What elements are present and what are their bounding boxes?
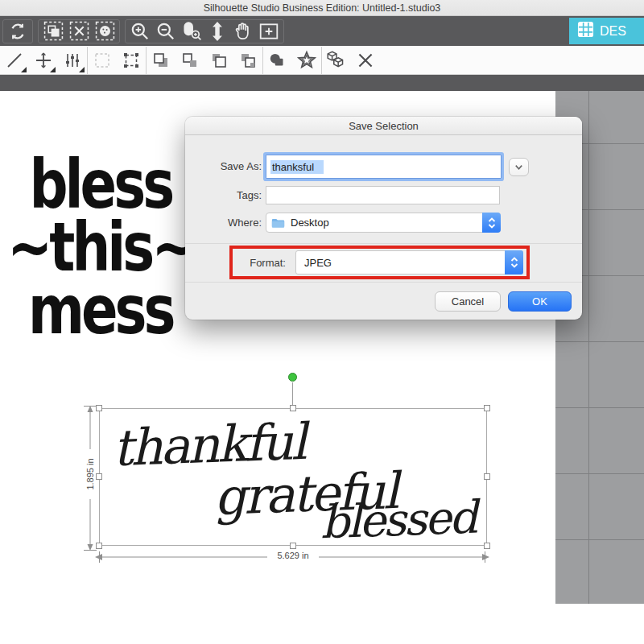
folder-icon bbox=[271, 217, 285, 229]
rotation-handle[interactable] bbox=[288, 373, 297, 382]
weld-shapes-icon[interactable] bbox=[263, 46, 292, 75]
fill-selection-icon[interactable] bbox=[93, 20, 117, 43]
artwork-line: ~this~ bbox=[6, 216, 195, 279]
canvas-top-border bbox=[0, 75, 644, 91]
tags-input[interactable] bbox=[266, 186, 500, 204]
bring-to-front-icon[interactable] bbox=[147, 46, 175, 75]
flyout-arrow bbox=[21, 67, 27, 72]
design-grid-icon bbox=[577, 21, 594, 41]
where-stepper-icon[interactable] bbox=[482, 213, 501, 233]
star-shape-icon[interactable] bbox=[292, 46, 321, 75]
dialog-title: Save Selection bbox=[349, 120, 419, 132]
format-label: Format: bbox=[237, 257, 286, 269]
dropdown-chevron-icon bbox=[514, 162, 524, 172]
format-dropdown[interactable]: JPEG bbox=[295, 250, 523, 275]
save-selection-dialog: Save Selection Save As: thanksful Tags: … bbox=[185, 117, 582, 320]
selection-handle-ne[interactable] bbox=[484, 405, 490, 411]
adjust-tool-icon[interactable] bbox=[58, 46, 87, 75]
copy-selection-icon[interactable] bbox=[41, 20, 65, 43]
expand-dialog-button[interactable] bbox=[509, 158, 529, 176]
window-title: Silhouette Studio Business Edition: Unti… bbox=[204, 2, 441, 14]
selection-box-icon[interactable] bbox=[88, 46, 117, 75]
main-toolbar: DES bbox=[0, 16, 644, 46]
selection-bounding-box[interactable] bbox=[99, 408, 487, 546]
height-dimension-label: 1.895 in bbox=[85, 449, 95, 499]
toolbar-group-rotate bbox=[2, 19, 33, 43]
zoom-in-icon[interactable] bbox=[128, 20, 152, 43]
selection-handle-n[interactable] bbox=[290, 405, 296, 411]
delete-selection-icon[interactable] bbox=[67, 20, 91, 43]
width-dimension-label: 5.629 in bbox=[267, 551, 319, 560]
selection-handle-se[interactable] bbox=[484, 543, 490, 549]
line-tool-icon[interactable] bbox=[0, 46, 29, 75]
rotate-view-icon[interactable] bbox=[6, 20, 30, 43]
send-to-back-icon[interactable] bbox=[233, 46, 262, 75]
selection-handle-s[interactable] bbox=[290, 543, 296, 549]
move-tool-icon[interactable] bbox=[29, 46, 58, 75]
artwork-line: bless bbox=[6, 153, 195, 216]
window-titlebar: Silhouette Studio Business Edition: Unti… bbox=[0, 0, 644, 16]
flyout-arrow bbox=[79, 67, 85, 72]
fit-to-window-icon[interactable] bbox=[257, 20, 281, 43]
where-value: Desktop bbox=[291, 217, 329, 229]
toolbar-group-zoom bbox=[125, 19, 284, 43]
save-as-input[interactable]: thanksful bbox=[266, 155, 502, 179]
dialog-separator bbox=[185, 282, 582, 283]
where-dropdown[interactable]: Desktop bbox=[266, 213, 501, 233]
cancel-button[interactable]: Cancel bbox=[435, 291, 501, 312]
tab-design[interactable]: DES bbox=[569, 18, 644, 44]
save-as-label: Save As: bbox=[201, 160, 262, 172]
tags-label: Tags: bbox=[201, 189, 262, 201]
delete-icon[interactable] bbox=[351, 46, 380, 75]
transform-box-icon[interactable] bbox=[117, 46, 146, 75]
flyout-arrow bbox=[50, 67, 56, 72]
toolbar-group-selection-ops bbox=[38, 19, 120, 43]
drag-zoom-icon[interactable] bbox=[180, 20, 204, 43]
artwork-line: mess bbox=[6, 279, 195, 341]
dialog-separator bbox=[185, 243, 582, 244]
zoom-out-icon[interactable] bbox=[154, 20, 178, 43]
save-as-value: thanksful bbox=[270, 160, 324, 174]
where-label: Where: bbox=[201, 217, 262, 229]
bring-forward-icon[interactable] bbox=[204, 46, 233, 75]
app-window: Silhouette Studio Business Edition: Unti… bbox=[0, 0, 644, 644]
hand-pan-icon[interactable] bbox=[231, 20, 255, 43]
secondary-toolbar bbox=[0, 46, 644, 75]
send-backward-icon[interactable] bbox=[175, 46, 204, 75]
ok-button[interactable]: OK bbox=[508, 291, 572, 312]
artwork-bless-this-mess[interactable]: bless ~this~ mess bbox=[6, 153, 195, 341]
format-stepper-icon[interactable] bbox=[505, 250, 523, 275]
format-value: JPEG bbox=[304, 257, 332, 269]
dialog-titlebar: Save Selection bbox=[185, 117, 582, 135]
design-tab-label: DES bbox=[600, 24, 626, 39]
selection-handle-e[interactable] bbox=[484, 473, 490, 480]
3d-objects-icon[interactable] bbox=[322, 46, 351, 75]
vertical-pan-icon[interactable] bbox=[205, 20, 229, 43]
